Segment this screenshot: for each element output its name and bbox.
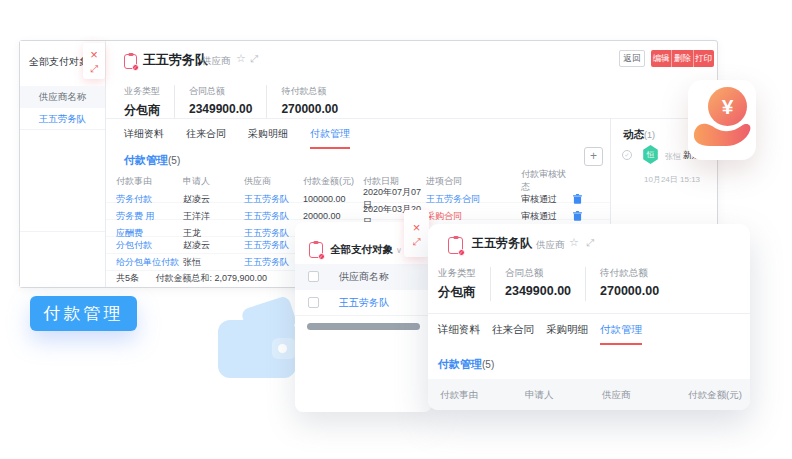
print-button[interactable]: 打印 (693, 50, 714, 67)
supplier-tag: 供应商 (536, 239, 565, 252)
stat-value: 分包商 (124, 102, 160, 119)
col-supplier: 供应商 (602, 379, 631, 410)
expand-icon[interactable]: ⤢ (586, 237, 594, 249)
trash-icon[interactable] (573, 194, 582, 204)
section-title: 付款管理(5) (124, 153, 180, 168)
stat-label: 待付款总额 (600, 267, 659, 280)
activity-title-text: 动态 (623, 128, 644, 140)
stats-row: 业务类型 分包商 合同总额 2349900.00 待付款总额 270000.00 (438, 267, 687, 301)
supplier-link[interactable]: 王五劳务队 (244, 193, 303, 206)
stat-value: 270000.00 (281, 102, 338, 116)
list-item: 王五劳务队 (295, 290, 432, 316)
close-icon[interactable]: × (413, 221, 421, 234)
amount: 20000.00 (303, 211, 363, 221)
col-amount: 付款金额(元) (303, 175, 363, 188)
pay-target-side-panel: 全部支付对象∨ × ⤢ 供应商名称 王五劳务队 (20, 41, 106, 287)
reason-link[interactable]: 分包付款 (116, 239, 183, 252)
section-title: 付款管理(5) (438, 357, 494, 372)
detail-tabs: 详细资料 往来合同 采购明细 付款管理 (124, 127, 350, 149)
pay-target-popup: ✓ 全部支付对象∨ × ⤢ 供应商名称 王五劳务队 (295, 222, 432, 412)
contract-link[interactable]: 王五劳务合同 (426, 193, 521, 206)
section-count: (5) (168, 155, 180, 166)
popup-detail-title: 王五劳务队 (472, 235, 532, 252)
stat-label: 业务类型 (124, 85, 160, 98)
col-status: 付款审核状态 (521, 168, 573, 194)
activity-user: 张恒 (665, 151, 681, 162)
expand-icon[interactable]: ⤢ (413, 237, 421, 247)
supplier-link[interactable]: 王五劳务队 (244, 210, 303, 223)
section-title-text: 付款管理 (438, 358, 482, 370)
table-header-row: 付款事由 申请人 供应商 付款金额(元) (428, 379, 750, 410)
row-count: 共5条 (116, 273, 139, 283)
tab-detail-info[interactable]: 详细资料 (124, 127, 164, 149)
col-amount: 付款金额(元) (688, 379, 742, 410)
stat-value: 270000.00 (600, 284, 659, 298)
star-icon[interactable]: ☆ (236, 52, 246, 65)
table-row: 劳务费 用 王洋洋 王五劳务队 20000.00 2020年03月20日 采购合… (106, 203, 610, 220)
delete-button[interactable]: 删除 (671, 50, 692, 67)
supplier-name-column-header: 供应商名称 (20, 86, 105, 108)
activity-title: 动态(1) (623, 128, 655, 142)
reason-link[interactable]: 劳务付款 (116, 193, 183, 206)
doc-badge-icon: ✓ (458, 249, 465, 256)
list-doc-icon: ✓ (309, 242, 323, 258)
supplier-name-column-header: 供应商名称 (339, 264, 389, 290)
table-header-row: 付款事由 申请人 供应商 付款金额(元) 付款日期 进项合同 付款审核状态 (106, 168, 610, 186)
chevron-down-icon: ∨ (396, 246, 402, 255)
expand-icon[interactable]: ⤢ (90, 64, 98, 74)
popup-title[interactable]: 全部支付对象∨ (330, 243, 402, 257)
reason-link[interactable]: 劳务费 用 (116, 210, 183, 223)
amount-total: 付款金额总和: 2,079,900.00 (156, 273, 268, 283)
popup-window-controls: × ⤢ (404, 210, 429, 257)
tab-payment-management[interactable]: 付款管理 (600, 323, 642, 345)
stat-value: 2349900.00 (189, 102, 252, 116)
wallet-illustration (218, 302, 298, 380)
applicant: 赵凌云 (183, 193, 244, 206)
close-icon[interactable]: × (90, 48, 98, 61)
supplier-link[interactable]: 王五劳务队 (339, 290, 389, 316)
tab-purchase-detail[interactable]: 采购明细 (248, 127, 288, 149)
read-check-icon: ✓ (622, 150, 632, 160)
section-count: (5) (482, 359, 494, 370)
stat-value: 分包商 (438, 284, 476, 301)
stat-business-type: 业务类型 分包商 (124, 85, 175, 119)
popup-title-text: 全部支付对象 (330, 243, 393, 255)
tab-contracts[interactable]: 往来合同 (186, 127, 226, 149)
section-title-text: 付款管理 (124, 154, 168, 166)
col-contract: 进项合同 (426, 175, 521, 188)
expand-icon[interactable]: ⤢ (250, 53, 258, 65)
supplier-detail-popup: ✓ 王五劳务队 供应商 ☆ ⤢ 业务类型 分包商 合同总额 2349900.00… (428, 224, 750, 410)
select-all-checkbox[interactable] (308, 271, 319, 282)
supplier-doc-icon: ✓ (124, 54, 137, 69)
col-applicant: 申请人 (183, 175, 244, 188)
divider (428, 313, 750, 314)
contract-link[interactable]: 采购合同 (426, 210, 521, 223)
list-header-row: 供应商名称 (295, 264, 432, 290)
edit-button[interactable]: 编辑 (651, 50, 671, 67)
stat-label: 待付款总额 (281, 85, 338, 98)
reason-link[interactable]: 给分包单位付款 (116, 256, 183, 269)
supplier-link[interactable]: 王五劳务队 (20, 108, 105, 130)
back-button[interactable]: 返回 (619, 50, 645, 67)
tab-detail-info[interactable]: 详细资料 (438, 323, 480, 345)
tab-purchase-detail[interactable]: 采购明细 (546, 323, 588, 345)
add-payment-button[interactable]: + (584, 147, 603, 166)
trash-icon[interactable] (573, 211, 582, 221)
tab-contracts[interactable]: 往来合同 (492, 323, 534, 345)
star-icon[interactable]: ☆ (569, 236, 579, 249)
horizontal-scrollbar[interactable] (307, 323, 420, 330)
stat-label: 合同总额 (505, 267, 571, 280)
row-checkbox[interactable] (308, 297, 319, 308)
action-button-group: 编辑 删除 打印 (651, 50, 714, 67)
supplier-tag: 供应商 (202, 55, 231, 68)
stat-label: 业务类型 (438, 267, 476, 280)
stat-contract-total: 合同总额 2349900.00 (505, 267, 586, 301)
col-supplier: 供应商 (244, 175, 303, 188)
stat-business-type: 业务类型 分包商 (438, 267, 491, 301)
applicant: 赵凌云 (183, 239, 244, 252)
tab-payment-management[interactable]: 付款管理 (310, 127, 350, 149)
activity-count: (1) (644, 130, 655, 140)
status: 审核通过 (521, 193, 573, 206)
amount: 100000.00 (303, 194, 363, 204)
applicant: 王洋洋 (183, 210, 244, 223)
